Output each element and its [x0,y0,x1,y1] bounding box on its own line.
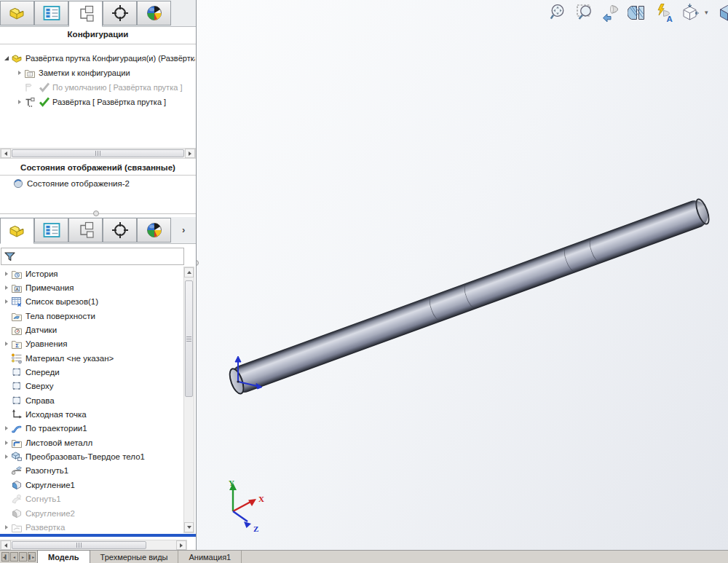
first-tab-button[interactable]: ◂▍ [1,552,9,562]
feature-filter[interactable] [1,248,184,265]
scroll-up-button[interactable] [184,267,194,277]
next-tab-button[interactable]: ▸ [19,552,27,562]
tree-expander-icon[interactable] [1,286,11,290]
previous-tab-button[interactable]: ◂ [10,552,18,562]
feature-tree-item[interactable]: Тела поверхности [1,309,183,323]
tree-expander-icon[interactable] [15,71,24,75]
tab-dimxpertmanager[interactable] [103,1,137,25]
svg-text:Y: Y [229,479,234,487]
svg-text:Σ: Σ [15,342,19,349]
feature-tree-scrollbar[interactable] [183,267,194,533]
configuration-tree-item[interactable]: По умолчанию [ Развёртка прутка ] [1,80,195,95]
rod-seam-line [561,245,579,273]
tab-part[interactable] [0,218,34,244]
scrollbar-thumb[interactable] [12,149,184,157]
tree-item-label: Листовой металл [25,438,92,447]
section-view-icon[interactable] [626,2,648,23]
tree-item-label: Разогнуть1 [25,466,68,475]
document-tab-анимация1[interactable]: Анимация1 [178,551,242,563]
tree-expander-icon[interactable] [1,342,11,346]
zoom-to-fit-icon[interactable] [547,2,569,23]
tab-propertymanager[interactable] [34,1,68,25]
tree-expander-icon[interactable] [1,272,11,276]
filter-input[interactable] [16,249,183,264]
history-folder-icon [11,268,23,280]
previous-view-icon[interactable] [600,2,622,23]
feature-horizontal-scrollbar[interactable] [0,540,187,551]
config-horizontal-scrollbar[interactable] [0,148,196,159]
tree-expander-icon[interactable] [1,56,11,60]
tab-dimxpertmanager[interactable] [103,218,137,243]
feature-tree-item[interactable]: Исходная точка [1,407,183,421]
configurations-header: Конфигурации [0,30,196,39]
expand-panel-chevron-icon[interactable]: › [182,224,194,236]
panel-splitter-handle[interactable] [93,210,99,216]
feature-tree-item[interactable]: ΣУравнения [1,337,183,351]
document-tab-трехмерные-виды[interactable]: Трехмерные виды [90,551,179,563]
feature-tree-item[interactable]: Материал <не указан> [1,351,183,365]
feature-tree-item[interactable]: Скругление2 [1,506,183,520]
tab-part[interactable] [0,1,34,25]
feature-tree-item[interactable]: История [1,267,183,280]
feature-tree-item[interactable]: Справа [1,393,183,407]
model-origin-triad [226,353,269,398]
scroll-down-button[interactable] [184,522,194,532]
divider [0,44,196,44]
zoom-to-area-icon[interactable] [574,2,596,23]
tree-expander-icon[interactable] [15,100,24,104]
convert-solid-icon [11,451,23,462]
tab-displaymanager[interactable] [137,218,171,243]
tab-displaymanager[interactable] [137,1,171,25]
feature-tree-item[interactable]: По траектории1 [1,422,183,436]
feature-tree-item[interactable]: Список вырезов(1) [1,295,183,309]
scroll-left-button[interactable] [1,540,11,550]
scrollbar-thumb[interactable] [185,280,193,397]
tab-configurationmanager[interactable] [68,218,103,243]
tree-item-label: Согнуть1 [25,495,61,503]
tab-configurationmanager[interactable] [68,1,103,27]
feature-tree-item[interactable]: AПримечания [1,280,183,294]
tree-item-label: Сверху [25,382,53,390]
display-style-icon[interactable] [716,2,728,23]
panel-viewport-splitter-handle[interactable] [197,260,199,266]
configuration-tree-item[interactable]: Развёртка [ Развёртка прутка ] [1,95,195,109]
tree-expander-icon[interactable] [1,525,11,529]
tree-item-label: Скругление2 [25,509,75,518]
tree-expander-icon[interactable] [1,426,11,430]
scroll-right-button[interactable] [176,540,186,550]
feature-tree-item[interactable]: Разогнуть1 [1,464,183,478]
document-tab-bar: ◂▍ ◂ ▸ ▍▸ МодельТрехмерные видыАнимация1 [0,550,728,563]
display-state-icon [12,178,24,189]
feature-tree-item[interactable]: Спереди [1,365,183,379]
view-orientation-icon[interactable] [678,2,700,23]
tree-expander-icon[interactable] [1,454,11,459]
graphics-viewport[interactable]: A▾ Y X Z [197,0,728,550]
feature-tree-item[interactable]: Датчики [1,323,183,336]
tree-item-label: По траектории1 [25,424,87,433]
feature-tree-item[interactable]: Согнуть1 [1,492,183,506]
view-settings-icon[interactable]: A [652,2,674,23]
tree-expander-icon[interactable] [1,441,11,445]
svg-text:A: A [666,14,672,23]
document-tab-модель[interactable]: Модель [37,550,90,563]
tab-propertymanager[interactable] [34,218,68,243]
tree-expander-icon[interactable] [1,299,11,304]
rod-3d-model[interactable] [227,197,712,395]
svg-text:X: X [258,495,264,503]
dropdown-caret-icon[interactable]: ▾ [705,2,712,23]
feature-tree-item[interactable]: Листовой металл [1,436,183,449]
feature-tree-item[interactable]: Скругление1 [1,478,183,492]
feature-tree-item[interactable]: Сверху [1,379,183,393]
feature-tree-item[interactable]: Преобразовать-Твердое тело1 [1,449,183,463]
last-tab-button[interactable]: ▍▸ [28,552,36,562]
rod-seam-line [462,282,480,310]
feature-tree-item[interactable]: Развертка [1,520,183,534]
tree-item-label: Исходная точка [25,410,87,419]
scroll-left-button[interactable] [1,149,11,158]
scrollbar-thumb[interactable] [12,541,146,549]
scroll-right-button[interactable] [185,149,195,158]
display-state-item[interactable]: Состояние отображения-2 [3,176,194,190]
tree-item-label: Датчики [25,326,57,334]
configuration-tree-item[interactable]: Развёртка прутка Конфигурация(и) (Развёр… [1,51,195,66]
configuration-tree-item[interactable]: Заметки к конфигурации [1,66,195,80]
